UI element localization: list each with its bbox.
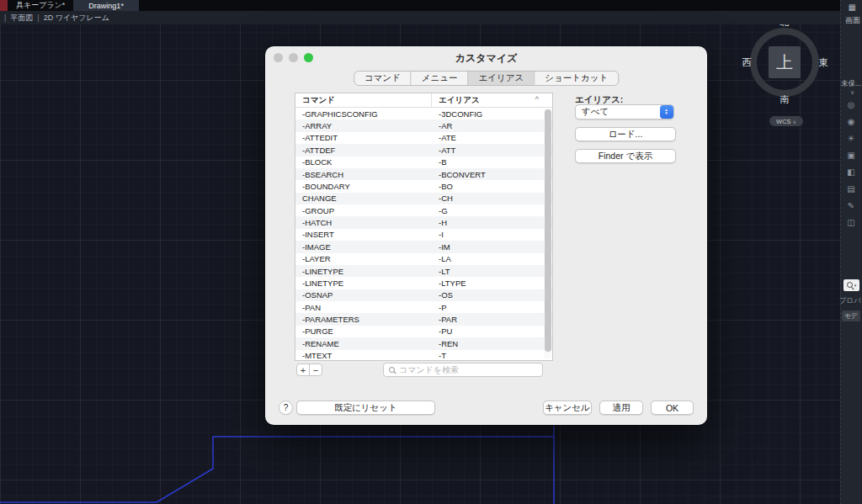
viewport-controls-bar: | 平面図 | 2D ワイヤフレーム xyxy=(0,11,840,24)
table-row[interactable]: -BLOCK-B xyxy=(295,157,552,168)
alias-cell: -I xyxy=(432,230,552,239)
command-cell: -BSEARCH xyxy=(295,170,432,179)
table-row[interactable]: -LAYER-LA xyxy=(295,253,552,265)
ok-button[interactable]: OK xyxy=(651,401,694,415)
table-row[interactable]: -PURGE-PU xyxy=(295,326,552,337)
link-icon[interactable]: ◫ xyxy=(847,219,854,227)
table-row[interactable]: -GRAPHICSCONFIG-3DCONFIG xyxy=(295,108,552,119)
tab-shortcuts[interactable]: ショートカット xyxy=(534,72,618,85)
tab-menus[interactable]: メニュー xyxy=(411,72,468,85)
column-header-command[interactable]: コマンド xyxy=(295,93,432,107)
screen-icon[interactable]: ▦ xyxy=(849,3,856,12)
dropdown-stepper-icon: ▲▼ xyxy=(660,105,673,119)
model-badge[interactable]: モデ xyxy=(842,310,860,321)
table-row[interactable]: -RENAME-REN xyxy=(295,337,552,349)
search-icon xyxy=(847,282,854,289)
compass-south[interactable]: 南 xyxy=(780,93,790,106)
load-button[interactable]: ロード... xyxy=(575,127,676,141)
table-row[interactable]: -PAN-P xyxy=(295,301,552,313)
right-toolbar-icons: ◎◉☀▣◧▤✎◫ xyxy=(840,101,862,227)
table-row[interactable]: CHANGE-CH xyxy=(295,193,552,204)
alias-cell: -OS xyxy=(432,290,552,300)
target-icon[interactable]: ◎ xyxy=(848,101,855,109)
command-cell: -INSERT xyxy=(295,230,432,239)
command-cell: -IMAGE xyxy=(295,242,432,252)
alias-cell: -G xyxy=(432,206,552,215)
alias-cell: -IM xyxy=(432,242,552,252)
column-header-alias[interactable]: エイリアス xyxy=(432,95,552,106)
alias-cell: -B xyxy=(432,157,552,167)
pencil-icon[interactable]: ✎ xyxy=(848,202,854,210)
alias-filter-value: すべて xyxy=(576,106,660,118)
viewcube-compass: 上 北 西 東 南 WCS ∨ xyxy=(741,15,833,129)
alias-cell: -LTYPE xyxy=(432,279,552,288)
alias-cell: -LT xyxy=(432,267,552,276)
alias-table: コマンド エイリアス ^ -GRAPHICSCONFIG-3DCONFIG-AR… xyxy=(295,93,553,361)
command-search-input[interactable] xyxy=(399,365,537,374)
table-row[interactable]: -ATTEDIT-ATE xyxy=(295,132,552,144)
table-row[interactable]: -IMAGE-IM xyxy=(295,241,552,252)
table-row[interactable]: -HATCH-H xyxy=(295,216,552,228)
alias-cell: -ATE xyxy=(432,133,552,142)
half-square-icon[interactable]: ◧ xyxy=(847,168,854,177)
alias-cell: -3DCONFIG xyxy=(432,109,552,119)
table-row[interactable]: -INSERT-I xyxy=(295,229,552,241)
view-name-control[interactable]: 平面図 xyxy=(10,13,33,24)
reset-to-default-button[interactable]: 既定にリセット xyxy=(296,401,435,415)
command-cell: -GRAPHICSCONFIG xyxy=(295,109,432,119)
alias-cell: -AR xyxy=(432,121,552,130)
rows-icon[interactable]: ▤ xyxy=(847,185,854,194)
table-row[interactable]: -MTEXT-T xyxy=(295,350,552,362)
command-cell: -OSNAP xyxy=(295,290,432,300)
tab-aliases[interactable]: エイリアス xyxy=(468,72,535,85)
eye-icon[interactable]: ◉ xyxy=(848,118,855,126)
wcs-dropdown[interactable]: WCS ∨ xyxy=(769,116,803,126)
table-row[interactable]: -LINETYPE-LTYPE xyxy=(295,277,552,289)
cancel-button[interactable]: キャンセル xyxy=(543,401,592,415)
tab-commands[interactable]: コマンド xyxy=(354,72,411,85)
table-row[interactable]: -LINETYPE-LT xyxy=(295,265,552,277)
dialog-title: カスタマイズ xyxy=(265,51,707,66)
alias-filter-dropdown[interactable]: すべて ▲▼ xyxy=(575,104,674,119)
app-window: 具キープラン* Drawing1* | 平面図 | 2D ワイヤフレーム 上 北… xyxy=(0,0,862,504)
compass-west[interactable]: 西 xyxy=(742,56,752,69)
table-row[interactable]: -BOUNDARY-BO xyxy=(295,180,552,192)
properties-panel-label: プロパ xyxy=(839,296,861,306)
help-button[interactable]: ? xyxy=(279,401,293,415)
unsaved-label: 未保... xyxy=(841,79,861,89)
apply-button[interactable]: 適用 xyxy=(599,401,643,415)
table-row[interactable]: -OSNAP-OS xyxy=(295,289,552,301)
table-header: コマンド エイリアス ^ xyxy=(295,93,552,108)
add-alias-button[interactable]: + xyxy=(296,363,310,376)
compass-east[interactable]: 東 xyxy=(819,56,828,69)
table-row[interactable]: -ARRAY-AR xyxy=(295,119,552,131)
alias-cell: -REN xyxy=(432,339,552,348)
command-cell: -ARRAY xyxy=(295,121,432,130)
alias-cell: -T xyxy=(432,351,552,360)
alias-table-body: -GRAPHICSCONFIG-3DCONFIG-ARRAY-AR-ATTEDI… xyxy=(295,108,552,361)
command-cell: -MTEXT xyxy=(295,351,432,360)
alias-cell: -CH xyxy=(432,194,552,203)
show-in-finder-button[interactable]: Finder で表示 xyxy=(575,149,676,163)
sort-ascending-icon[interactable]: ^ xyxy=(535,95,539,103)
command-cell: -HATCH xyxy=(295,218,432,227)
layers-icon[interactable]: ▣ xyxy=(847,151,854,160)
compass-top-face[interactable]: 上 xyxy=(769,46,801,78)
table-row[interactable]: -BSEARCH-BCONVERT xyxy=(295,168,552,180)
chevron-down-icon[interactable]: ∨ xyxy=(850,89,854,96)
app-menu-icon[interactable] xyxy=(0,0,8,11)
drawing-tab-drawing1[interactable]: Drawing1* xyxy=(73,0,139,11)
scrollbar-thumb[interactable] xyxy=(545,109,551,352)
table-row[interactable]: -GROUP-G xyxy=(295,204,552,216)
table-row[interactable]: -PARAMETERS-PAR xyxy=(295,313,552,325)
remove-alias-button[interactable]: − xyxy=(309,363,322,376)
visual-style-control[interactable]: 2D ワイヤフレーム xyxy=(44,13,109,24)
separator: | xyxy=(37,13,39,22)
chevron-down-icon: ▾ xyxy=(854,283,857,288)
drawing-tab-keyplan[interactable]: 具キープラン* xyxy=(8,0,73,11)
search-tool-button[interactable]: ▾ xyxy=(843,279,859,291)
sun-icon[interactable]: ☀ xyxy=(848,135,855,143)
table-row[interactable]: -ATTDEF-ATT xyxy=(295,144,552,156)
command-cell: -RENAME xyxy=(295,339,432,348)
command-cell: -ATTEDIT xyxy=(295,133,432,142)
